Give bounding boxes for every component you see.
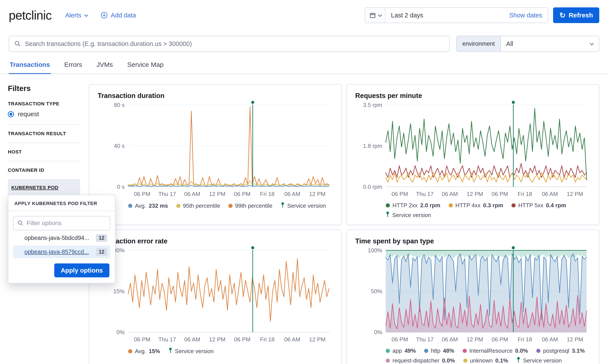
legend-item-app[interactable]: app49% <box>386 348 416 354</box>
svg-text:50%: 50% <box>371 288 382 295</box>
transaction-duration-chart[interactable]: 80 s40 s0 s06 PMThu 1706 AM12 PM06 PMFri… <box>98 100 333 199</box>
legend-value: 2.0 rpm <box>420 202 440 209</box>
tab-errors[interactable]: Errors <box>63 58 83 74</box>
legend-dot-icon <box>176 204 180 208</box>
tab-service-map[interactable]: Service Map <box>126 58 164 74</box>
tab-jvms[interactable]: JVMs <box>96 58 114 74</box>
pod-option-count-badge: 12 <box>96 234 107 242</box>
chevron-down-icon <box>84 13 88 17</box>
legend-item-request-dispatcher[interactable]: request-dispatcher0.0% <box>386 357 455 364</box>
pod-option-label: opbeans-java-8579ccd... <box>24 249 96 255</box>
environment-select[interactable]: environment All <box>456 36 599 52</box>
filters-title: Filters <box>8 84 80 93</box>
legend-label: Service version <box>287 202 326 209</box>
svg-text:Fri 18: Fri 18 <box>260 191 274 197</box>
legend-item-service-version[interactable]: Service version <box>516 357 562 364</box>
legend-item-service-version[interactable]: Service version <box>281 202 326 210</box>
service-version-pin-icon <box>516 357 520 364</box>
legend-item-99th-percentile[interactable]: 99th percentile <box>228 202 272 209</box>
main-content: Filters TRANSACTION TYPE request TRANSAC… <box>0 74 608 364</box>
svg-text:06 PM: 06 PM <box>392 191 408 197</box>
request-radio-row[interactable]: request <box>8 110 80 124</box>
legend-item-http-5xx[interactable]: HTTP 5xx0.4 rpm <box>512 202 566 209</box>
filter-section-transaction-result: TRANSACTION RESULT <box>8 125 80 143</box>
chevron-down-icon <box>590 41 594 45</box>
legend-item-service-version[interactable]: Service version <box>386 211 431 219</box>
kubernetes-pod-heading: KUBERNETES POD <box>11 185 77 191</box>
radio-selected-icon <box>8 111 14 117</box>
svg-text:15%: 15% <box>113 288 125 295</box>
add-data-link[interactable]: Add data <box>101 12 136 19</box>
legend-dot-icon <box>386 359 390 363</box>
pod-option-label: opbeans-java-5bdcd94... <box>24 235 96 241</box>
transaction-error-rate-chart[interactable]: 30%15%0%06 PMThu 1706 AM12 PM06 PMFri 18… <box>98 246 333 345</box>
search-icon <box>17 220 24 226</box>
filter-section-host: HOST <box>8 143 80 161</box>
legend-value: 15% <box>149 348 160 355</box>
search-input[interactable] <box>25 40 444 47</box>
host-heading[interactable]: HOST <box>8 143 80 161</box>
plus-circle-icon <box>101 12 108 19</box>
environment-value: All <box>501 40 513 47</box>
legend-value: 49% <box>405 348 416 354</box>
charts-row-top: Transaction duration 80 s40 s0 s06 PMThu… <box>89 84 599 225</box>
apply-options-button[interactable]: Apply options <box>54 263 109 277</box>
legend-label: unknown <box>470 357 493 364</box>
date-picker-group: Last 2 days Show dates <box>365 7 548 23</box>
legend-item-postgresql[interactable]: postgresql3.1% <box>536 348 585 354</box>
legend-label: 95th percentile <box>183 202 220 209</box>
svg-text:12 PM: 12 PM <box>567 191 583 197</box>
svg-text:12 PM: 12 PM <box>209 336 225 343</box>
svg-text:Fri 18: Fri 18 <box>518 336 532 343</box>
svg-text:06 AM: 06 AM <box>542 336 558 343</box>
tab-transactions[interactable]: Transactions <box>9 58 51 74</box>
legend-label: HTTP 5xx <box>518 202 543 209</box>
svg-text:0 s: 0 s <box>117 183 125 190</box>
panel-title: Requests per minute <box>355 92 591 100</box>
legend-item-http[interactable]: http48% <box>424 348 454 354</box>
legend-label: Service version <box>392 212 431 219</box>
transaction-result-heading[interactable]: TRANSACTION RESULT <box>8 125 80 143</box>
legend-dot-icon <box>463 349 467 353</box>
panel-title: Transaction duration <box>98 92 333 100</box>
request-radio-label: request <box>18 111 39 118</box>
date-quick-select-button[interactable] <box>365 8 385 23</box>
legend-item-avg-[interactable]: Avg.232 ms <box>128 202 168 209</box>
svg-text:06 PM: 06 PM <box>492 191 508 197</box>
legend-item-95th-percentile[interactable]: 95th percentile <box>176 202 220 209</box>
alerts-menu[interactable]: Alerts <box>65 12 87 19</box>
transaction-type-heading[interactable]: TRANSACTION TYPE <box>8 99 80 110</box>
svg-text:80 s: 80 s <box>114 102 125 108</box>
svg-text:Thu 17: Thu 17 <box>416 191 434 197</box>
legend-item-unknown[interactable]: unknown0.1% <box>463 357 508 364</box>
legend-item-http-4xx[interactable]: HTTP 4xx0.3 rpm <box>449 202 503 209</box>
svg-text:12 PM: 12 PM <box>467 336 483 343</box>
legend-dot-icon <box>449 203 453 208</box>
container-id-heading[interactable]: CONTAINER ID <box>8 161 80 179</box>
transaction-search-box <box>9 36 450 52</box>
svg-text:06 AM: 06 AM <box>542 191 558 197</box>
time-spent-by-span-type-chart[interactable]: 100%50%0%06 PMThu 1706 AM12 PM06 PMFri 1… <box>355 246 591 345</box>
legend-item-service-version[interactable]: Service version <box>168 348 214 355</box>
refresh-icon: ↻ <box>559 12 566 19</box>
calendar-icon <box>369 12 376 18</box>
legend-label: Service version <box>523 357 562 364</box>
charts-grid: Transaction duration 80 s40 s0 s06 PMThu… <box>89 84 599 364</box>
requests-per-minute-chart[interactable]: 3.5 rpm1.8 rpm0.0 rpm06 PMThu 1706 AM12 … <box>355 100 591 199</box>
svg-text:06 PM: 06 PM <box>234 336 250 343</box>
svg-text:Fri 18: Fri 18 <box>518 191 532 197</box>
legend-label: Avg. <box>135 202 146 209</box>
pod-option-2[interactable]: opbeans-java-8579ccd... 12 <box>13 246 110 258</box>
environment-label: environment <box>457 36 501 51</box>
filter-options-input[interactable] <box>27 220 106 227</box>
filter-section-kubernetes-pod[interactable]: KUBERNETES POD <box>8 180 80 196</box>
legend-item-avg-[interactable]: Avg.15% <box>128 348 160 355</box>
legend-label: HTTP 2xx <box>392 202 418 209</box>
pod-option-1[interactable]: opbeans-java-5bdcd94... 12 <box>13 232 110 244</box>
refresh-button[interactable]: ↻ Refresh <box>553 7 599 23</box>
svg-text:06 PM: 06 PM <box>134 191 150 197</box>
date-range-value[interactable]: Last 2 days <box>385 12 509 19</box>
show-dates-link[interactable]: Show dates <box>509 12 548 19</box>
legend-item-http-2xx[interactable]: HTTP 2xx2.0 rpm <box>386 202 440 209</box>
legend-item-internalresource[interactable]: InternalResource0.0% <box>463 348 528 354</box>
